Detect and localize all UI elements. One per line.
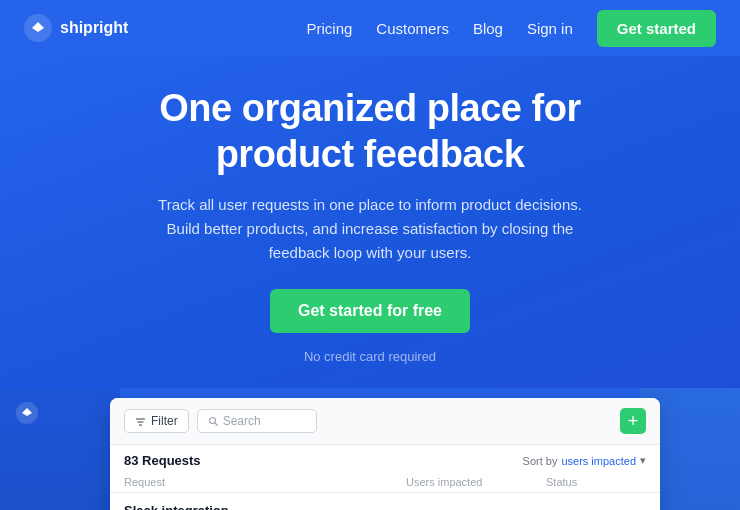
- search-box[interactable]: Search: [197, 409, 317, 433]
- nav-link-customers[interactable]: Customers: [376, 20, 449, 37]
- col-header-status: Status: [546, 476, 646, 488]
- toolbar-left: Filter Search: [124, 409, 317, 433]
- hero-headline: One organized place for product feedback: [24, 86, 716, 177]
- logo-text: shipright: [60, 19, 128, 37]
- hero-cta-button[interactable]: Get started for free: [270, 289, 470, 333]
- col-header-request: Request: [124, 476, 406, 488]
- sort-by-label: Sort by: [523, 455, 558, 467]
- nav-links: Pricing Customers Blog Sign in Get start…: [307, 10, 717, 47]
- sort-chevron-icon: ▾: [640, 454, 646, 467]
- card-meta: 83 Requests Sort by users impacted ▾: [110, 445, 660, 472]
- svg-line-6: [215, 423, 218, 426]
- left-sidebar-panel: [0, 388, 120, 510]
- dashboard-preview: Filter Search + 83 Requests Sort by user…: [0, 388, 740, 510]
- card-toolbar: Filter Search +: [110, 398, 660, 445]
- logo[interactable]: shipright: [24, 14, 128, 42]
- navbar: shipright Pricing Customers Blog Sign in…: [0, 0, 740, 56]
- col-header-users: Users impacted: [406, 476, 546, 488]
- hero-subtext: Track all user requests in one place to …: [150, 193, 590, 265]
- filter-icon: [135, 416, 146, 427]
- sort-by-value[interactable]: users impacted: [561, 455, 636, 467]
- svg-point-5: [209, 418, 215, 424]
- row-request-cell: Slack integration Integrations: [124, 503, 406, 510]
- no-credit-label: No credit card required: [24, 349, 716, 364]
- search-icon: [208, 416, 218, 426]
- nav-signin-link[interactable]: Sign in: [527, 20, 573, 37]
- sidebar-logo-icon: [16, 402, 38, 424]
- dashboard-card: Filter Search + 83 Requests Sort by user…: [110, 398, 660, 510]
- table-header: Request Users impacted Status: [110, 472, 660, 493]
- nav-link-pricing[interactable]: Pricing: [307, 20, 353, 37]
- table-row: Slack integration Integrations 51 In pro…: [110, 493, 660, 510]
- logo-icon: [24, 14, 52, 42]
- requests-count: 83 Requests: [124, 453, 201, 468]
- hero-section: One organized place for product feedback…: [0, 56, 740, 388]
- sort-by-area: Sort by users impacted ▾: [523, 454, 646, 467]
- nav-link-blog[interactable]: Blog: [473, 20, 503, 37]
- filter-button[interactable]: Filter: [124, 409, 189, 433]
- row-title: Slack integration: [124, 503, 406, 510]
- nav-get-started-button[interactable]: Get started: [597, 10, 716, 47]
- add-request-button[interactable]: +: [620, 408, 646, 434]
